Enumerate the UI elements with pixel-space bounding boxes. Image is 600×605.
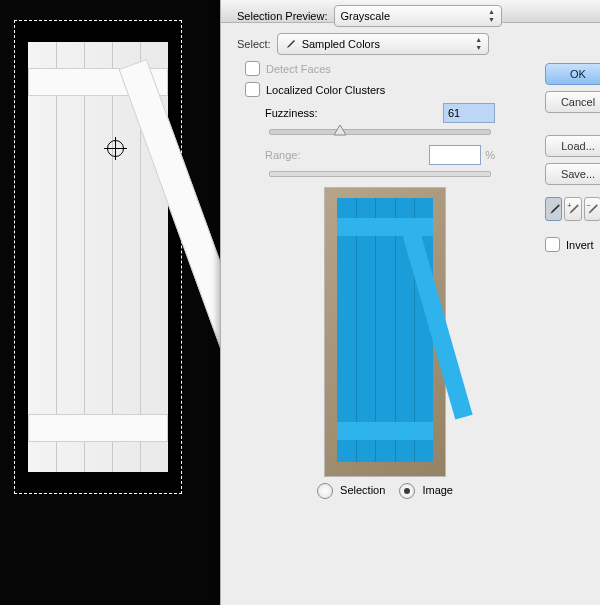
image-radio-label: Image xyxy=(422,484,453,496)
image-radio[interactable] xyxy=(399,483,415,499)
canvas-area xyxy=(0,0,220,605)
eyedropper-target-cursor xyxy=(107,140,124,157)
range-input xyxy=(429,145,481,165)
grayscale-preview-image[interactable] xyxy=(28,42,168,472)
chevron-updown-icon: ▲▼ xyxy=(472,36,486,52)
selection-marquee xyxy=(14,20,182,494)
localized-clusters-checkbox[interactable] xyxy=(245,82,260,97)
invert-label: Invert xyxy=(566,239,594,251)
selection-preview-label: Selection Preview: xyxy=(237,10,328,22)
select-label: Select: xyxy=(237,38,271,50)
fuzziness-label: Fuzziness: xyxy=(265,107,318,119)
detect-faces-checkbox[interactable] xyxy=(245,61,260,76)
eyedropper-icon xyxy=(284,38,296,50)
select-value: Sampled Colors xyxy=(302,38,380,50)
cancel-button[interactable]: Cancel xyxy=(545,91,600,113)
save-button[interactable]: Save... xyxy=(545,163,600,185)
selection-preview-value: Grayscale xyxy=(341,10,391,22)
fuzziness-slider[interactable] xyxy=(269,129,491,135)
preview-image[interactable] xyxy=(324,187,446,477)
color-range-dialog: Color Range Select: Sampled Colors ▲▼ De… xyxy=(220,0,600,605)
ok-button[interactable]: OK xyxy=(545,63,600,85)
range-slider xyxy=(269,171,491,177)
invert-checkbox[interactable] xyxy=(545,237,560,252)
range-unit: % xyxy=(485,149,495,161)
svg-text:−: − xyxy=(586,202,590,209)
image-radio-row[interactable]: Image xyxy=(399,483,453,499)
selection-radio[interactable] xyxy=(317,483,333,499)
range-label: Range: xyxy=(265,149,300,161)
selection-preview-dropdown[interactable]: Grayscale ▲▼ xyxy=(334,5,502,27)
selection-radio-row[interactable]: Selection xyxy=(317,483,385,499)
eyedropper-tool[interactable] xyxy=(545,197,562,221)
select-dropdown[interactable]: Sampled Colors ▲▼ xyxy=(277,33,489,55)
fuzziness-thumb[interactable] xyxy=(334,125,346,137)
selection-radio-label: Selection xyxy=(340,484,385,496)
eyedropper-add-tool[interactable]: + xyxy=(564,197,581,221)
load-button[interactable]: Load... xyxy=(545,135,600,157)
eyedropper-subtract-tool[interactable]: − xyxy=(584,197,600,221)
detect-faces-label: Detect Faces xyxy=(266,63,331,75)
fuzziness-input[interactable] xyxy=(443,103,495,123)
svg-text:+: + xyxy=(567,202,571,209)
localized-clusters-label: Localized Color Clusters xyxy=(266,84,385,96)
chevron-updown-icon: ▲▼ xyxy=(485,8,499,24)
